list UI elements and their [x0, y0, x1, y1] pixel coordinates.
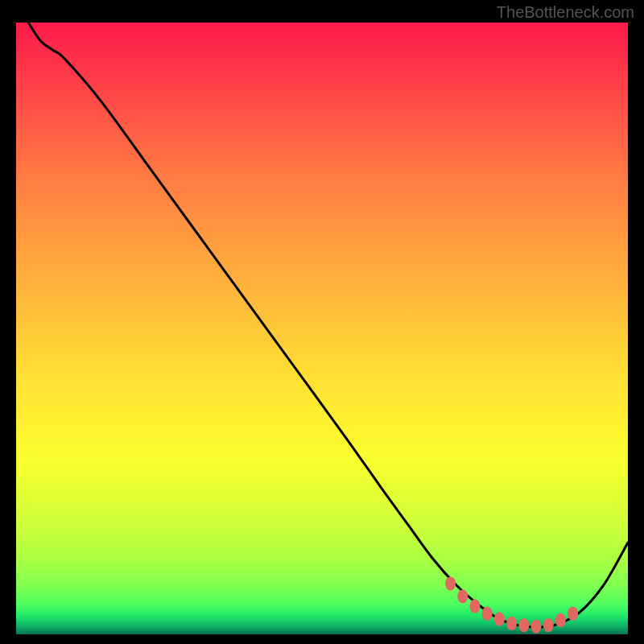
- curve-marker: [568, 607, 578, 621]
- curve-marker: [470, 599, 481, 613]
- watermark-text: TheBottleneck.com: [497, 3, 634, 22]
- curve-marker: [543, 618, 554, 632]
- curve-marker: [457, 589, 468, 603]
- curve-marker: [494, 612, 505, 625]
- curve-marker: [555, 613, 566, 627]
- marker-group: [445, 576, 578, 634]
- curve-marker: [518, 618, 529, 632]
- bottleneck-curve: [28, 23, 628, 627]
- curve-marker: [482, 607, 493, 621]
- curve-marker: [445, 576, 456, 590]
- curve-marker: [531, 619, 542, 633]
- chart-svg: [16, 23, 628, 634]
- plot-area: [16, 23, 628, 634]
- curve-marker: [506, 617, 517, 630]
